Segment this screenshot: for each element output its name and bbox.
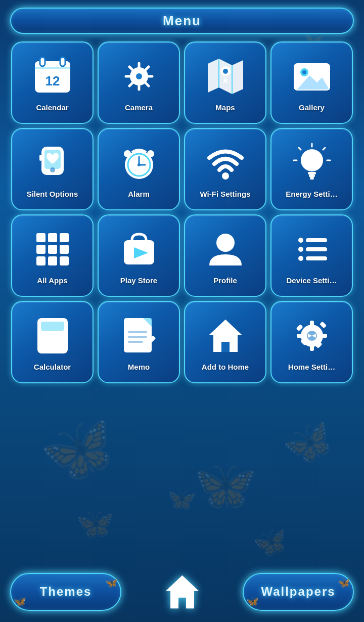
gallery-label: Gallery <box>299 103 325 112</box>
calendar-icon: 12 <box>30 54 75 99</box>
svg-point-61 <box>298 238 303 243</box>
svg-rect-79 <box>128 331 147 333</box>
profile-icon <box>203 227 248 272</box>
home-settings-label: Home Setti… <box>288 363 335 371</box>
svg-rect-52 <box>36 245 46 254</box>
svg-rect-42 <box>309 174 315 177</box>
silent-options-icon <box>30 140 75 186</box>
svg-rect-90 <box>310 345 314 351</box>
themes-label: Themes <box>40 585 92 599</box>
svg-point-38 <box>138 163 141 166</box>
all-apps-label: All Apps <box>37 276 67 285</box>
svg-rect-76 <box>50 348 64 353</box>
svg-rect-4 <box>35 67 70 69</box>
svg-line-13 <box>145 82 149 86</box>
svg-line-47 <box>299 148 301 150</box>
calendar-label: Calendar <box>36 103 68 112</box>
energy-settings-icon <box>289 140 335 186</box>
svg-rect-49 <box>36 233 46 242</box>
svg-rect-69 <box>41 334 47 339</box>
calculator-label: Calculator <box>34 363 71 371</box>
svg-rect-50 <box>48 233 57 242</box>
svg-rect-43 <box>310 177 314 180</box>
svg-point-25 <box>302 70 306 74</box>
add-to-home-label: Add to Home <box>202 363 249 371</box>
app-item-all-apps[interactable]: All Apps <box>11 214 94 297</box>
camera-icon <box>116 54 162 99</box>
svg-rect-64 <box>306 247 327 251</box>
svg-rect-41 <box>308 172 316 174</box>
app-item-play-store[interactable]: Play Store <box>98 214 180 297</box>
svg-point-40 <box>301 149 323 171</box>
memo-icon <box>116 313 162 359</box>
svg-rect-81 <box>128 341 143 343</box>
app-item-home-settings[interactable]: Home Setti… <box>270 301 353 383</box>
menu-bar: Menu <box>10 8 354 34</box>
svg-rect-57 <box>60 256 69 265</box>
app-item-wifi-settings[interactable]: Wi-Fi Settings <box>184 128 266 210</box>
svg-rect-66 <box>306 256 327 260</box>
svg-point-30 <box>50 167 55 172</box>
app-item-calendar[interactable]: 12 Calendar <box>11 41 94 124</box>
energy-settings-label: Energy Setti… <box>286 190 338 198</box>
app-item-profile[interactable]: Profile <box>184 214 266 297</box>
menu-title: Menu <box>163 13 201 29</box>
svg-rect-72 <box>41 341 47 346</box>
svg-point-39 <box>222 172 229 180</box>
app-item-camera[interactable]: Camera <box>98 41 180 124</box>
svg-rect-80 <box>128 336 147 338</box>
svg-rect-3 <box>60 57 65 66</box>
maps-label: Maps <box>215 103 235 112</box>
memo-label: Memo <box>128 363 150 371</box>
svg-rect-93 <box>296 324 303 331</box>
all-apps-icon <box>30 227 75 272</box>
svg-line-12 <box>129 67 133 70</box>
svg-line-45 <box>323 148 325 150</box>
svg-rect-54 <box>60 245 69 254</box>
svg-rect-96 <box>320 321 327 328</box>
app-item-gallery[interactable]: Gallery <box>270 41 353 124</box>
app-item-energy-settings[interactable]: Energy Setti… <box>270 128 353 210</box>
device-settings-label: Device Setti… <box>286 276 337 285</box>
alarm-label: Alarm <box>128 190 150 198</box>
app-item-maps[interactable]: Maps <box>184 41 266 124</box>
app-item-calculator[interactable]: Calculator <box>11 301 94 383</box>
play-store-label: Play Store <box>120 276 157 285</box>
profile-label: Profile <box>213 276 237 285</box>
svg-rect-55 <box>36 256 46 265</box>
app-item-alarm[interactable]: Alarm <box>98 128 180 210</box>
wifi-settings-label: Wi-Fi Settings <box>200 190 251 198</box>
svg-rect-85 <box>221 342 230 352</box>
themes-button[interactable]: 🦋 Themes 🦋 <box>10 573 121 611</box>
wallpapers-label: Wallpapers <box>261 585 335 599</box>
app-item-device-settings[interactable]: Device Setti… <box>270 214 353 297</box>
svg-rect-77 <box>124 318 152 352</box>
svg-text:12: 12 <box>45 73 60 88</box>
calculator-icon <box>30 313 75 359</box>
svg-rect-75 <box>41 348 47 353</box>
svg-rect-74 <box>58 341 64 346</box>
svg-point-60 <box>216 234 235 252</box>
svg-rect-53 <box>48 245 57 254</box>
play-store-icon <box>116 227 162 272</box>
svg-point-63 <box>298 247 303 252</box>
svg-rect-51 <box>60 233 69 242</box>
svg-rect-89 <box>310 321 314 327</box>
svg-point-17 <box>136 73 142 79</box>
svg-rect-68 <box>41 322 64 331</box>
home-center-button[interactable] <box>159 569 205 614</box>
app-item-silent-options[interactable]: Silent Options <box>11 128 94 210</box>
svg-rect-91 <box>297 334 303 338</box>
maps-icon <box>203 54 248 99</box>
alarm-icon <box>116 140 162 186</box>
gallery-icon <box>289 54 335 99</box>
app-item-add-to-home[interactable]: Add to Home <box>184 301 266 383</box>
svg-rect-56 <box>48 256 57 265</box>
svg-rect-71 <box>58 334 64 339</box>
wallpapers-button[interactable]: 🦋 Wallpapers 🦋 <box>243 573 354 611</box>
camera-label: Camera <box>125 103 153 112</box>
bottom-area: 🦋 Themes 🦋 🦋 Wallpapers 🦋 <box>0 561 364 622</box>
svg-rect-70 <box>50 334 56 339</box>
svg-marker-97 <box>165 575 199 608</box>
app-item-memo[interactable]: Memo <box>98 301 180 383</box>
